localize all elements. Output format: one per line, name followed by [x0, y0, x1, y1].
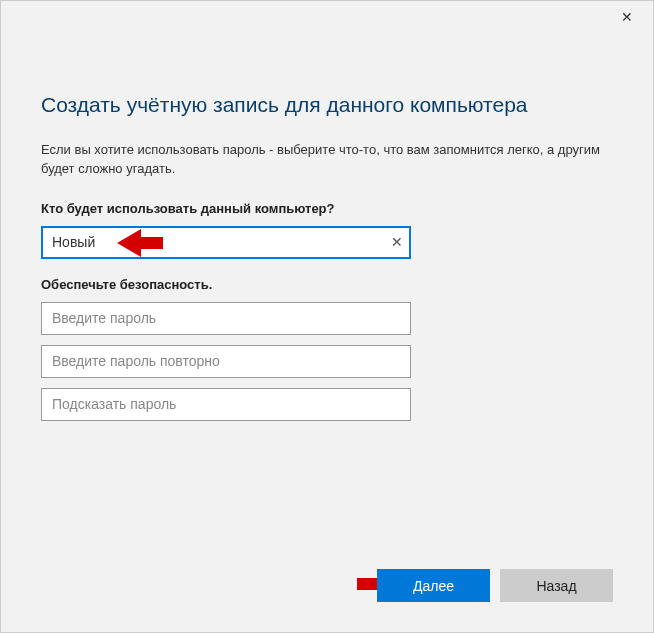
- password-row: [41, 302, 411, 335]
- password-confirm-input[interactable]: [41, 345, 411, 378]
- username-input[interactable]: [41, 226, 411, 259]
- password-hint-row: [41, 388, 411, 421]
- password-confirm-row: [41, 345, 411, 378]
- content-area: Создать учётную запись для данного компь…: [1, 33, 653, 421]
- password-hint-input[interactable]: [41, 388, 411, 421]
- page-title: Создать учётную запись для данного компь…: [41, 93, 613, 117]
- close-icon[interactable]: ✕: [617, 9, 637, 25]
- password-input[interactable]: [41, 302, 411, 335]
- titlebar: ✕: [1, 1, 653, 33]
- next-button[interactable]: Далее: [377, 569, 490, 602]
- page-description: Если вы хотите использовать пароль - выб…: [41, 141, 613, 179]
- username-label: Кто будет использовать данный компьютер?: [41, 201, 613, 216]
- back-button[interactable]: Назад: [500, 569, 613, 602]
- security-label: Обеспечьте безопасность.: [41, 277, 613, 292]
- clear-icon[interactable]: ✕: [391, 234, 403, 250]
- footer-buttons: Далее Назад: [377, 569, 613, 602]
- username-row: ✕: [41, 226, 411, 259]
